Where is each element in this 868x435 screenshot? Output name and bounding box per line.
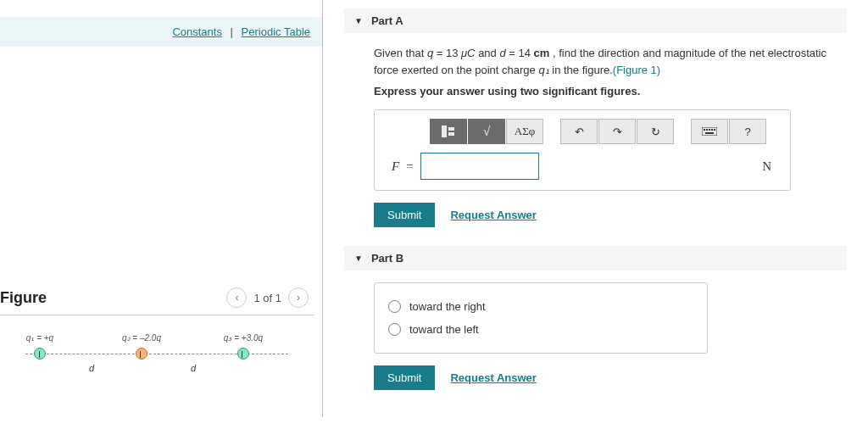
- link-separator: |: [231, 25, 233, 38]
- request-answer-link-a[interactable]: Request Answer: [450, 209, 536, 221]
- distance-label-2: d: [191, 363, 196, 373]
- svg-rect-5: [706, 129, 708, 131]
- figure-next-button[interactable]: ›: [288, 287, 309, 308]
- charge-q1: q₁ = +q: [34, 348, 46, 360]
- part-a-prompt: Given that q = 13 μC and d = 14 cm , fin…: [374, 45, 847, 78]
- svg-rect-7: [711, 129, 713, 131]
- part-b-body: toward the right toward the left Submit …: [344, 270, 868, 409]
- svg-rect-6: [709, 129, 710, 131]
- part-a-title: Part A: [371, 14, 403, 27]
- equals-sign: =: [406, 159, 413, 174]
- request-answer-link-b[interactable]: Request Answer: [450, 371, 536, 384]
- left-panel: Constants | Periodic Table Figure ‹ 1 of…: [0, 0, 322, 417]
- caret-down-icon: ▼: [354, 254, 363, 263]
- svg-rect-3: [702, 127, 717, 136]
- variable-label: F: [392, 159, 399, 174]
- constants-link[interactable]: Constants: [172, 25, 222, 38]
- part-a-body: Given that q = 13 μC and d = 14 cm , fin…: [344, 33, 868, 246]
- equation-input-row: F = N: [392, 153, 782, 180]
- charge-q3: q₃ = +3.0q: [237, 348, 249, 360]
- part-a-instruction: Express your answer using two significan…: [374, 85, 847, 98]
- figure-ref-link[interactable]: (Figure 1): [613, 64, 660, 76]
- part-b-header[interactable]: ▼ Part B: [344, 246, 847, 270]
- answer-input[interactable]: [420, 153, 539, 180]
- radio-option-right[interactable]: toward the right: [388, 295, 693, 318]
- figure-pager: ‹ 1 of 1 ›: [226, 287, 309, 308]
- answer-box-a: √ ΑΣφ ↶ ↷ ↻ ? F = N: [374, 109, 791, 191]
- svg-rect-9: [705, 132, 714, 134]
- figure-title: Figure: [0, 289, 47, 307]
- figure-diagram: q₁ = +q q₂ = –2.0q q₃ = +3.0q d d: [25, 332, 322, 392]
- radio-option-left[interactable]: toward the left: [388, 318, 693, 341]
- redo-button[interactable]: ↷: [598, 119, 636, 144]
- periodic-table-link[interactable]: Periodic Table: [242, 25, 310, 38]
- reset-button[interactable]: ↻: [637, 119, 674, 144]
- svg-rect-8: [714, 129, 715, 131]
- figure-pager-label: 1 of 1: [253, 292, 281, 304]
- radio-label-right: toward the right: [409, 300, 486, 313]
- figure-header: Figure ‹ 1 of 1 ›: [0, 284, 314, 315]
- radio-options-box: toward the right toward the left: [374, 282, 708, 354]
- keyboard-button[interactable]: [691, 119, 728, 144]
- radio-label-left: toward the left: [409, 323, 479, 336]
- undo-button[interactable]: ↶: [560, 119, 598, 144]
- part-a-header[interactable]: ▼ Part A: [344, 8, 847, 33]
- template-button[interactable]: [430, 119, 467, 144]
- part-b-actions: Submit Request Answer: [374, 365, 847, 390]
- reference-links-bar: Constants | Periodic Table: [0, 17, 322, 47]
- help-button[interactable]: ?: [729, 119, 766, 144]
- radio-circle-icon: [388, 300, 401, 313]
- svg-rect-4: [704, 129, 705, 131]
- part-a-actions: Submit Request Answer: [374, 203, 847, 227]
- svg-rect-2: [448, 132, 454, 136]
- radical-button[interactable]: √: [468, 119, 505, 144]
- charge-q2: q₂ = –2.0q: [136, 348, 147, 360]
- svg-rect-0: [442, 125, 447, 137]
- caret-down-icon: ▼: [354, 16, 363, 25]
- main-content: ▼ Part A Given that q = 13 μC and d = 14…: [322, 0, 868, 417]
- submit-button-a[interactable]: Submit: [374, 203, 435, 227]
- greek-letters-button[interactable]: ΑΣφ: [506, 119, 543, 144]
- equation-toolbar: √ ΑΣφ ↶ ↷ ↻ ?: [430, 119, 782, 144]
- figure-prev-button[interactable]: ‹: [226, 287, 247, 308]
- part-b-title: Part B: [371, 252, 403, 265]
- unit-label: N: [762, 159, 782, 174]
- distance-label-1: d: [89, 363, 94, 373]
- svg-rect-1: [448, 127, 454, 131]
- radio-circle-icon: [388, 323, 401, 336]
- submit-button-b[interactable]: Submit: [374, 365, 435, 390]
